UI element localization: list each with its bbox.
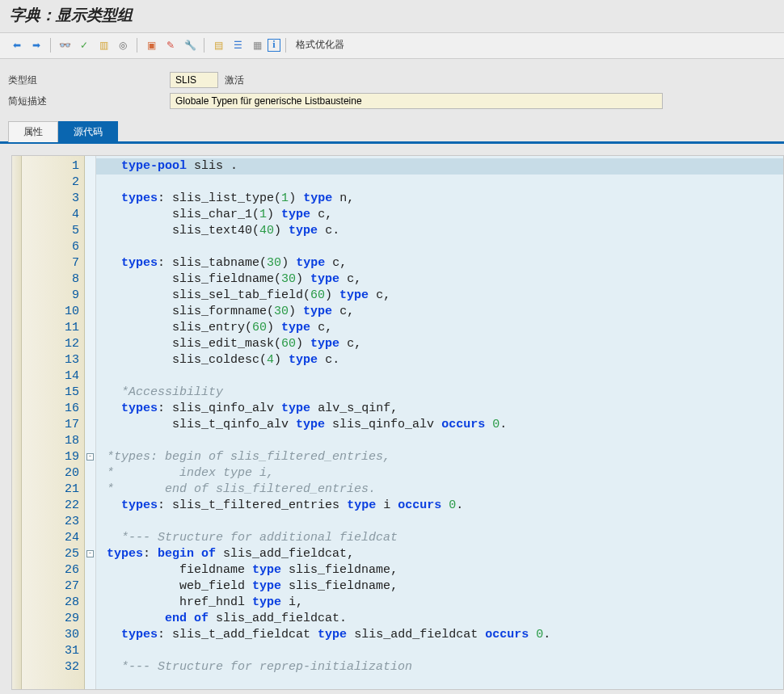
code-line[interactable]: types: begin of slis_add_fieldcat, [99,546,783,562]
other-object-icon[interactable]: ▥ [95,37,112,53]
code-line[interactable]: * end of slis_filtered_entries. [99,482,783,498]
line-number: 3 [22,191,79,207]
line-number: 10 [22,304,79,320]
code-line[interactable]: slis_text40(40) type c. [99,223,783,239]
tab-attributes[interactable]: 属性 [8,121,58,142]
line-number: 16 [22,401,79,417]
line-number: 7 [22,255,79,271]
fold-column: -- [85,156,96,689]
check-icon[interactable]: ✓ [75,37,93,53]
line-number: 23 [22,514,79,530]
type-group-label: 类型组 [8,74,170,87]
code-line[interactable]: slis_edit_mask(60) type c, [99,336,783,352]
separator [50,38,51,53]
code-line[interactable]: types: slis_qinfo_alv type alv_s_qinf, [99,401,783,417]
line-number: 29 [22,611,79,627]
code-line[interactable]: fieldname type slis_fieldname, [99,562,783,578]
line-number: 6 [22,239,79,255]
code-line[interactable]: web_field type slis_fieldname, [99,578,783,595]
code-line[interactable]: end of slis_add_fieldcat. [99,611,783,627]
line-number: 11 [22,320,79,336]
wrench-icon[interactable]: 🔧 [181,37,199,53]
code-line[interactable]: *Accessibility [99,385,783,401]
editor-margin [12,156,22,689]
page-title: 字典：显示类型组 [10,6,133,23]
separator [204,38,204,53]
line-number: 26 [22,562,79,578]
code-line[interactable]: types: slis_t_add_fieldcat type slis_add… [99,627,783,643]
line-number: 9 [22,288,79,304]
forward-icon[interactable]: ➡ [27,37,45,53]
code-line[interactable]: slis_entry(60) type c, [99,320,783,336]
line-number-gutter: 1234567891011121314151617181920212223242… [22,156,85,689]
code-line[interactable]: type-pool slis . [96,158,783,175]
line-number: 15 [22,385,79,401]
line-number: 27 [22,578,79,595]
code-line[interactable]: types: slis_t_filtered_entries type i oc… [99,498,783,514]
line-number: 19 [22,449,79,465]
tree-icon[interactable]: ▣ [142,37,160,53]
fold-toggle-icon[interactable]: - [86,453,94,461]
line-number: 28 [22,595,79,611]
line-number: 4 [22,207,79,223]
line-number: 5 [22,223,79,239]
short-desc-label: 简短描述 [8,95,170,108]
line-number: 18 [22,433,79,449]
code-line[interactable]: * index type i, [99,465,783,482]
line-number: 21 [22,482,79,498]
grid-icon[interactable]: ▦ [248,37,266,53]
info-icon[interactable]: i [268,39,280,52]
editor-container: 1234567891011121314151617181920212223242… [0,144,784,690]
line-number: 24 [22,530,79,546]
line-number: 25 [22,546,79,562]
line-number: 31 [22,643,79,659]
tab-source-code[interactable]: 源代码 [58,121,118,142]
graph-icon[interactable]: ☰ [229,37,247,53]
code-line[interactable]: *--- Structure for additional fieldcat [99,530,783,546]
code-line[interactable]: slis_t_qinfo_alv type slis_qinfo_alv occ… [99,417,783,433]
fold-toggle-icon[interactable]: - [86,550,94,557]
code-line[interactable]: types: slis_tabname(30) type c, [99,255,783,271]
line-number: 17 [22,417,79,433]
code-editor[interactable]: 1234567891011121314151617181920212223242… [11,155,784,690]
code-line[interactable]: slis_coldesc(4) type c. [99,352,783,368]
spiral-icon[interactable]: ◎ [114,37,132,53]
code-line[interactable]: href_hndl type i, [99,595,783,611]
code-line[interactable]: slis_formname(30) type c, [99,304,783,320]
code-line[interactable]: types: slis_list_type(1) type n, [99,191,783,207]
line-number: 12 [22,336,79,352]
pretty-printer-button[interactable]: 格式优化器 [291,36,349,53]
code-line[interactable] [99,239,783,255]
hierarchy-icon[interactable]: ▤ [209,37,227,53]
code-line[interactable] [99,368,783,385]
wand-icon[interactable]: ✎ [162,37,179,53]
line-number: 30 [22,627,79,643]
line-number: 14 [22,368,79,385]
code-line[interactable] [99,175,783,191]
line-number: 20 [22,465,79,482]
status-text: 激活 [225,74,244,87]
form-area: 类型组 SLIS 激活 简短描述 Globale Typen für gener… [0,59,784,116]
display-icon[interactable]: 👓 [56,37,74,53]
tab-strip: 属性 源代码 [0,120,784,144]
type-group-value: SLIS [170,72,218,88]
line-number: 32 [22,659,79,675]
title-bar: 字典：显示类型组 [0,0,784,33]
toolbar: ⬅ ➡ 👓 ✓ ▥ ◎ ▣ ✎ 🔧 ▤ ☰ ▦ i 格式优化器 [0,33,784,59]
code-line[interactable]: *types: begin of slis_filtered_entries, [99,449,783,465]
code-line[interactable] [99,433,783,449]
line-number: 1 [22,158,79,175]
separator [137,38,137,53]
code-line[interactable]: slis_sel_tab_field(60) type c, [99,288,783,304]
code-line[interactable] [99,514,783,530]
code-line[interactable]: *--- Structure for reprep-initialization [99,659,783,675]
line-number: 22 [22,498,79,514]
back-icon[interactable]: ⬅ [8,37,26,53]
code-line[interactable]: slis_fieldname(30) type c, [99,271,783,288]
line-number: 13 [22,352,79,368]
short-desc-value: Globale Typen für generische Listbaustei… [170,93,663,109]
line-number: 2 [22,175,79,191]
code-line[interactable] [99,643,783,659]
code-line[interactable]: slis_char_1(1) type c, [99,207,783,223]
code-area[interactable]: type-pool slis . types: slis_list_type(1… [96,156,783,689]
